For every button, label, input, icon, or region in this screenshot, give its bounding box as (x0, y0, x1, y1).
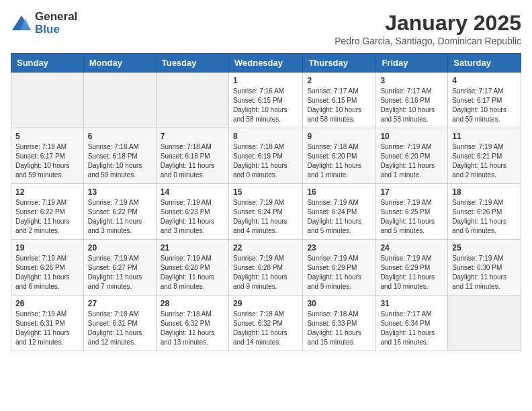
day-info: Sunrise: 7:19 AM Sunset: 6:28 PM Dayligh… (161, 254, 224, 291)
day-number: 12 (15, 187, 79, 197)
day-number: 4 (452, 76, 517, 85)
day-number: 18 (452, 187, 517, 197)
calendar-day-cell: 8Sunrise: 7:18 AM Sunset: 6:19 PM Daylig… (228, 128, 302, 184)
calendar-week-row: 26Sunrise: 7:19 AM Sunset: 6:31 PM Dayli… (11, 295, 521, 351)
day-info: Sunrise: 7:17 AM Sunset: 6:15 PM Dayligh… (307, 87, 371, 124)
day-number: 19 (15, 243, 79, 253)
day-info: Sunrise: 7:18 AM Sunset: 6:32 PM Dayligh… (233, 310, 298, 347)
calendar-day-cell: 11Sunrise: 7:19 AM Sunset: 6:21 PM Dayli… (448, 128, 521, 184)
calendar-day-header: Wednesday (228, 54, 302, 73)
day-number: 31 (380, 299, 443, 308)
calendar-day-header: Monday (83, 54, 156, 73)
calendar-day-cell: 18Sunrise: 7:19 AM Sunset: 6:26 PM Dayli… (448, 184, 521, 240)
day-number: 26 (15, 299, 79, 308)
page-header: General Blue January 2025 Pedro Garcia, … (11, 11, 521, 46)
day-info: Sunrise: 7:18 AM Sunset: 6:17 PM Dayligh… (15, 142, 79, 180)
day-number: 6 (88, 132, 152, 141)
calendar-day-header: Thursday (303, 54, 376, 73)
calendar-day-cell: 2Sunrise: 7:17 AM Sunset: 6:15 PM Daylig… (303, 73, 376, 128)
day-number: 29 (233, 299, 298, 308)
day-number: 23 (307, 243, 371, 253)
calendar-day-cell: 12Sunrise: 7:19 AM Sunset: 6:22 PM Dayli… (11, 184, 84, 240)
day-info: Sunrise: 7:19 AM Sunset: 6:23 PM Dayligh… (161, 198, 224, 236)
calendar-day-cell (448, 295, 521, 351)
calendar-day-cell: 29Sunrise: 7:18 AM Sunset: 6:32 PM Dayli… (228, 295, 302, 351)
day-number: 21 (161, 243, 224, 253)
calendar-week-row: 1Sunrise: 7:16 AM Sunset: 6:15 PM Daylig… (11, 73, 521, 128)
calendar-day-cell (156, 73, 228, 128)
day-number: 5 (15, 132, 79, 141)
calendar-day-header: Tuesday (156, 54, 228, 73)
day-number: 27 (88, 299, 152, 308)
day-number: 10 (380, 132, 443, 141)
calendar-day-cell: 30Sunrise: 7:18 AM Sunset: 6:33 PM Dayli… (303, 295, 376, 351)
day-number: 11 (452, 132, 517, 141)
month-year-title: January 2025 (335, 11, 521, 36)
day-info: Sunrise: 7:19 AM Sunset: 6:20 PM Dayligh… (380, 142, 443, 180)
day-info: Sunrise: 7:19 AM Sunset: 6:26 PM Dayligh… (15, 254, 79, 291)
day-number: 8 (233, 132, 298, 141)
calendar-week-row: 19Sunrise: 7:19 AM Sunset: 6:26 PM Dayli… (11, 240, 521, 295)
day-info: Sunrise: 7:19 AM Sunset: 6:21 PM Dayligh… (452, 142, 517, 180)
day-number: 2 (307, 76, 371, 85)
calendar-day-cell: 19Sunrise: 7:19 AM Sunset: 6:26 PM Dayli… (11, 240, 84, 295)
calendar-day-cell: 28Sunrise: 7:18 AM Sunset: 6:32 PM Dayli… (156, 295, 228, 351)
day-info: Sunrise: 7:18 AM Sunset: 6:33 PM Dayligh… (307, 310, 371, 347)
calendar-day-cell: 3Sunrise: 7:17 AM Sunset: 6:16 PM Daylig… (376, 73, 448, 128)
day-number: 22 (233, 243, 298, 253)
day-info: Sunrise: 7:17 AM Sunset: 6:17 PM Dayligh… (452, 87, 517, 124)
title-block: January 2025 Pedro Garcia, Santiago, Dom… (335, 11, 521, 46)
day-number: 15 (233, 187, 298, 197)
day-info: Sunrise: 7:18 AM Sunset: 6:32 PM Dayligh… (161, 310, 224, 347)
day-number: 14 (161, 187, 224, 197)
day-info: Sunrise: 7:17 AM Sunset: 6:34 PM Dayligh… (380, 310, 443, 347)
calendar-day-header: Saturday (448, 54, 521, 73)
logo-icon (11, 14, 32, 33)
calendar-day-cell: 23Sunrise: 7:19 AM Sunset: 6:29 PM Dayli… (303, 240, 376, 295)
day-info: Sunrise: 7:19 AM Sunset: 6:24 PM Dayligh… (233, 198, 298, 236)
day-number: 20 (88, 243, 152, 253)
day-info: Sunrise: 7:19 AM Sunset: 6:25 PM Dayligh… (380, 198, 443, 236)
day-info: Sunrise: 7:16 AM Sunset: 6:15 PM Dayligh… (233, 87, 298, 124)
calendar-day-cell: 31Sunrise: 7:17 AM Sunset: 6:34 PM Dayli… (376, 295, 448, 351)
day-number: 16 (307, 187, 371, 197)
calendar-day-cell: 20Sunrise: 7:19 AM Sunset: 6:27 PM Dayli… (83, 240, 156, 295)
logo-blue: Blue (35, 24, 77, 36)
calendar-header-row: SundayMondayTuesdayWednesdayThursdayFrid… (11, 54, 521, 73)
logo-general: General (35, 11, 77, 24)
calendar-week-row: 12Sunrise: 7:19 AM Sunset: 6:22 PM Dayli… (11, 184, 521, 240)
day-info: Sunrise: 7:19 AM Sunset: 6:28 PM Dayligh… (233, 254, 298, 291)
calendar-day-cell: 1Sunrise: 7:16 AM Sunset: 6:15 PM Daylig… (228, 73, 302, 128)
calendar-day-cell: 21Sunrise: 7:19 AM Sunset: 6:28 PM Dayli… (156, 240, 228, 295)
calendar-day-cell: 9Sunrise: 7:18 AM Sunset: 6:20 PM Daylig… (303, 128, 376, 184)
calendar-day-cell: 25Sunrise: 7:19 AM Sunset: 6:30 PM Dayli… (448, 240, 521, 295)
logo: General Blue (11, 11, 77, 36)
day-info: Sunrise: 7:18 AM Sunset: 6:18 PM Dayligh… (161, 142, 224, 180)
day-number: 9 (307, 132, 371, 141)
calendar-day-cell: 26Sunrise: 7:19 AM Sunset: 6:31 PM Dayli… (11, 295, 84, 351)
day-number: 17 (380, 187, 443, 197)
calendar-day-cell: 7Sunrise: 7:18 AM Sunset: 6:18 PM Daylig… (156, 128, 228, 184)
day-info: Sunrise: 7:17 AM Sunset: 6:16 PM Dayligh… (380, 87, 443, 124)
day-info: Sunrise: 7:19 AM Sunset: 6:29 PM Dayligh… (307, 254, 371, 291)
calendar-day-header: Friday (376, 54, 448, 73)
calendar-day-cell: 27Sunrise: 7:18 AM Sunset: 6:31 PM Dayli… (83, 295, 156, 351)
day-number: 24 (380, 243, 443, 253)
day-info: Sunrise: 7:19 AM Sunset: 6:30 PM Dayligh… (452, 254, 517, 291)
day-number: 7 (161, 132, 224, 141)
calendar-day-cell: 15Sunrise: 7:19 AM Sunset: 6:24 PM Dayli… (228, 184, 302, 240)
calendar-day-header: Sunday (11, 54, 84, 73)
day-info: Sunrise: 7:18 AM Sunset: 6:19 PM Dayligh… (233, 142, 298, 180)
day-info: Sunrise: 7:19 AM Sunset: 6:22 PM Dayligh… (15, 198, 79, 236)
day-info: Sunrise: 7:19 AM Sunset: 6:22 PM Dayligh… (88, 198, 152, 236)
location-subtitle: Pedro Garcia, Santiago, Dominican Republ… (335, 36, 521, 46)
calendar-day-cell: 5Sunrise: 7:18 AM Sunset: 6:17 PM Daylig… (11, 128, 84, 184)
calendar-day-cell: 4Sunrise: 7:17 AM Sunset: 6:17 PM Daylig… (448, 73, 521, 128)
calendar-day-cell (83, 73, 156, 128)
day-info: Sunrise: 7:19 AM Sunset: 6:29 PM Dayligh… (380, 254, 443, 291)
calendar-day-cell: 17Sunrise: 7:19 AM Sunset: 6:25 PM Dayli… (376, 184, 448, 240)
calendar-week-row: 5Sunrise: 7:18 AM Sunset: 6:17 PM Daylig… (11, 128, 521, 184)
calendar-day-cell: 6Sunrise: 7:18 AM Sunset: 6:18 PM Daylig… (83, 128, 156, 184)
day-number: 30 (307, 299, 371, 308)
calendar-day-cell: 24Sunrise: 7:19 AM Sunset: 6:29 PM Dayli… (376, 240, 448, 295)
